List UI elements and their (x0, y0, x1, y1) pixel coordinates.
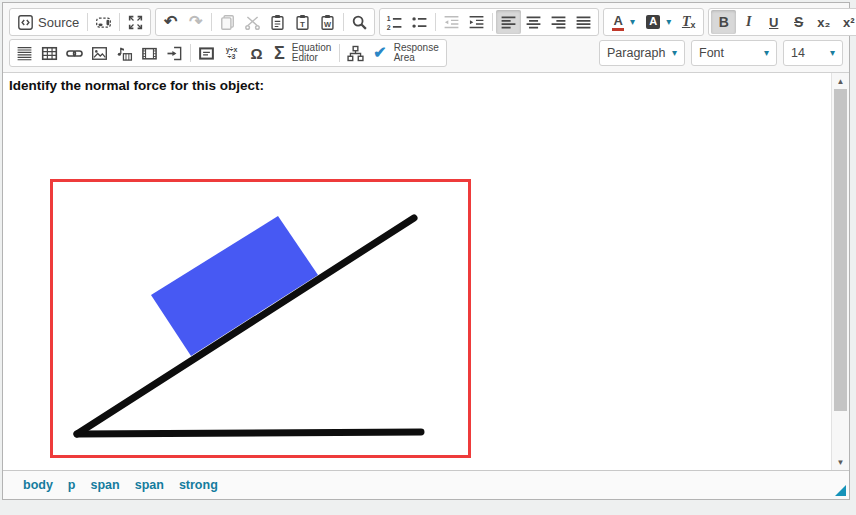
scissors-icon (244, 14, 261, 31)
italic-button[interactable]: I (736, 10, 761, 34)
justify-icon (575, 14, 592, 31)
remove-format-icon: Tx (682, 14, 696, 30)
element-path-bar: body p span span strong (3, 470, 849, 499)
insert-file-button[interactable] (162, 41, 187, 65)
paste-plain-text-button[interactable]: T (290, 10, 315, 34)
path-item-span2[interactable]: span (135, 478, 164, 492)
path-item-p[interactable]: p (68, 478, 76, 492)
special-character-button[interactable]: Ω (244, 41, 269, 65)
source-button-label: Source (38, 15, 79, 30)
numbered-list-icon: 1 2 (386, 14, 403, 31)
paste-button[interactable] (265, 10, 290, 34)
insert-document-icon (166, 45, 183, 62)
underline-button[interactable]: U (761, 10, 786, 34)
line-spacing-button[interactable] (12, 41, 37, 65)
paste-text-icon: T (294, 14, 311, 31)
separator (492, 13, 493, 31)
paragraph-format-dropdown[interactable]: Paragraph ▾ (599, 40, 685, 66)
align-right-icon (550, 14, 567, 31)
superscript-button[interactable]: x² (836, 10, 856, 34)
toolbar-row-2: y÷x ÷3 Ω Σ Equation Editor (9, 39, 843, 67)
align-center-button[interactable] (521, 10, 546, 34)
redo-button: ↷ (183, 10, 208, 34)
svg-text:1: 1 (387, 15, 391, 22)
equation-editor-button[interactable]: Σ Equation Editor (269, 41, 336, 65)
undo-icon: ↶ (164, 14, 177, 30)
image-button[interactable] (87, 41, 112, 65)
path-item-span[interactable]: span (91, 478, 120, 492)
indent-icon (468, 14, 485, 31)
image-icon (91, 45, 108, 62)
separator (435, 13, 436, 31)
paste-word-icon: W (319, 14, 336, 31)
decrease-indent-button (439, 10, 464, 34)
resize-handle[interactable] (835, 485, 846, 496)
toolbar-group-clipboard: ↶ ↷ (155, 8, 375, 36)
align-right-button[interactable] (546, 10, 571, 34)
math-button[interactable]: y÷x ÷3 (219, 41, 244, 65)
bulleted-list-button[interactable] (407, 10, 432, 34)
font-name-dropdown[interactable]: Font ▾ (691, 40, 777, 66)
response-area-label: Response Area (394, 43, 439, 64)
source-button[interactable]: Source (12, 10, 84, 34)
align-left-button[interactable] (496, 10, 521, 34)
horizontal-lines-icon (16, 45, 33, 62)
link-button[interactable] (62, 41, 87, 65)
path-item-strong[interactable]: strong (179, 478, 218, 492)
vertical-scrollbar[interactable]: ▲ ▼ (831, 73, 849, 470)
question-text[interactable]: Identify the normal force for this objec… (9, 77, 831, 95)
justify-button[interactable] (571, 10, 596, 34)
table-button[interactable] (37, 41, 62, 65)
maximize-icon (127, 14, 144, 31)
iframe-button[interactable] (194, 41, 219, 65)
response-area-button[interactable]: ✔ Response Area (368, 41, 443, 65)
video-button[interactable] (137, 41, 162, 65)
media-button[interactable] (112, 41, 137, 65)
templates-icon (95, 14, 112, 31)
background-color-button[interactable]: A ▾ (641, 10, 676, 34)
omega-icon: Ω (250, 45, 262, 62)
separator (190, 44, 191, 62)
outdent-icon (443, 14, 460, 31)
editor-content-area[interactable]: Identify the normal force for this objec… (3, 73, 831, 470)
undo-button[interactable]: ↶ (158, 10, 183, 34)
incline-figure[interactable] (50, 179, 471, 458)
numbered-list-button[interactable]: 1 2 (382, 10, 407, 34)
check-icon: ✔ (373, 45, 386, 61)
link-icon (66, 45, 83, 62)
table-icon (41, 45, 58, 62)
strikethrough-button[interactable]: S (786, 10, 811, 34)
svg-text:W: W (324, 20, 331, 29)
path-item-body[interactable]: body (23, 478, 53, 492)
find-button[interactable] (347, 10, 372, 34)
text-color-button[interactable]: A ▾ (606, 10, 641, 34)
superscript-icon: x² (843, 15, 855, 30)
chevron-down-icon: ▾ (830, 48, 835, 58)
scroll-down-button[interactable]: ▼ (832, 454, 849, 470)
separator (211, 13, 212, 31)
sigma-icon: Σ (274, 43, 285, 64)
increase-indent-button[interactable] (464, 10, 489, 34)
sitemap-button[interactable] (343, 41, 368, 65)
subscript-button[interactable]: x₂ (811, 10, 836, 34)
remove-format-button[interactable]: Tx (676, 10, 701, 34)
video-icon (141, 45, 158, 62)
cut-button (240, 10, 265, 34)
bulleted-list-icon (411, 14, 428, 31)
font-size-dropdown[interactable]: 14 ▾ (783, 40, 843, 66)
templates-button[interactable] (91, 10, 116, 34)
background-color-icon: A (646, 15, 660, 29)
copy-icon (219, 14, 236, 31)
rich-text-editor: Source (2, 2, 850, 500)
media-icon (116, 45, 133, 62)
bold-button[interactable]: B (711, 10, 736, 34)
source-icon (17, 14, 34, 31)
scrollbar-thumb[interactable] (834, 89, 847, 411)
math-icon: y÷x ÷3 (226, 46, 238, 60)
separator (343, 13, 344, 31)
separator (87, 13, 88, 31)
maximize-button[interactable] (123, 10, 148, 34)
paste-from-word-button[interactable]: W (315, 10, 340, 34)
text-color-icon: A (612, 14, 623, 31)
scroll-up-button[interactable]: ▲ (832, 73, 849, 89)
